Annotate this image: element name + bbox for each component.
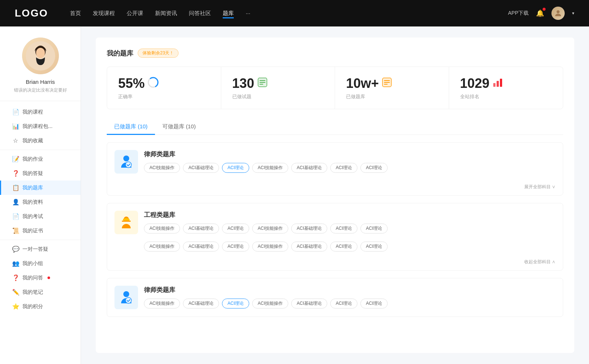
stats-row: 55% 正确率 130 <box>107 67 563 109</box>
topic-icon-engineer <box>114 211 138 234</box>
topic-name-2: 工程类题库 <box>144 211 556 219</box>
quiz-bank-icon: 📋 <box>12 184 19 191</box>
page-header: 我的题库 体验剩余23天！ <box>107 49 563 58</box>
nav-item-qa[interactable]: 问答社区 <box>189 8 211 18</box>
sidebar-item-course-packages[interactable]: 📊 我的课程包... <box>0 119 81 133</box>
svg-rect-24 <box>122 221 131 222</box>
sidebar-item-exam[interactable]: 📄 我的考试 <box>0 209 81 224</box>
svg-point-4 <box>37 49 44 57</box>
sidebar-item-certificate[interactable]: 📜 我的证书 <box>0 224 81 238</box>
tag-1-0[interactable]: ACI技能操作 <box>144 163 180 173</box>
sidebar-item-label: 我的证书 <box>22 228 43 234</box>
points-icon: ⭐ <box>12 303 19 310</box>
tag-2-1[interactable]: ACI基础理论 <box>183 224 219 233</box>
tag-1-6[interactable]: ACI理论 <box>360 163 388 173</box>
sidebar-item-group[interactable]: 👥 我的小组 <box>0 256 81 271</box>
nav-item-open[interactable]: 公开课 <box>127 8 143 18</box>
topic-content-1: 律师类题库 ACI技能操作 ACI基础理论 ACI理论 ACI技能操作 ACI基… <box>144 150 556 173</box>
sidebar-item-label: 我的课程包... <box>22 123 53 130</box>
tag-3-3[interactable]: ACI技能操作 <box>252 299 288 308</box>
done-banks-label: 已做题库 <box>346 93 438 100</box>
tag-2r-5[interactable]: ACI理论 <box>330 242 357 251</box>
stat-done-questions: 130 已做试题 <box>221 67 335 109</box>
favorites-icon: ☆ <box>12 137 19 144</box>
sidebar-profile: Brian Harris 错误的决定比没有决定要好 <box>0 26 81 101</box>
topic-section-2: 工程类题库 ACI技能操作 ACI基础理论 ACI理论 ACI技能操作 ACI基… <box>107 203 563 271</box>
topic-tags-1: ACI技能操作 ACI基础理论 ACI理论 ACI技能操作 ACI基础理论 AC… <box>144 163 556 173</box>
expand-link-1[interactable]: 展开全部科目 ∨ <box>524 184 556 189</box>
user-dropdown-icon[interactable]: ▾ <box>572 11 574 16</box>
app-download-button[interactable]: APP下载 <box>508 10 529 17</box>
tag-1-3[interactable]: ACI技能操作 <box>252 163 288 173</box>
divider1 <box>0 150 81 150</box>
tag-3-5[interactable]: ACI理论 <box>330 299 357 308</box>
tag-2r-0[interactable]: ACI技能操作 <box>144 242 180 251</box>
nav-item-home[interactable]: 首页 <box>70 8 81 18</box>
tag-2-4[interactable]: ACI基础理论 <box>291 224 327 233</box>
topic-icon-lawyer-3 <box>114 286 138 309</box>
done-banks-icon <box>382 77 392 90</box>
tag-2-6[interactable]: ACI理论 <box>360 224 388 233</box>
tag-3-2[interactable]: ACI理论 <box>222 299 249 308</box>
tag-2r-1[interactable]: ACI基础理论 <box>183 242 219 251</box>
sidebar-item-my-courses[interactable]: 📄 我的课程 <box>0 105 81 119</box>
nav-items: 首页 发现课程 公开课 新闻资讯 问答社区 题库 ··· <box>70 8 508 18</box>
exam-icon: 📄 <box>12 213 19 220</box>
svg-point-0 <box>557 10 560 13</box>
done-banks-value: 10w+ <box>346 76 379 91</box>
sidebar-item-one-on-one[interactable]: 💬 一对一答疑 <box>0 242 81 256</box>
tag-3-0[interactable]: ACI技能操作 <box>144 299 180 308</box>
tag-2r-3[interactable]: ACI技能操作 <box>252 242 288 251</box>
notification-bell[interactable]: 🔔 <box>536 9 544 17</box>
tag-2-2[interactable]: ACI理论 <box>222 224 249 233</box>
sidebar-item-questions[interactable]: ❓ 我的答疑 <box>0 166 81 181</box>
tag-3-1[interactable]: ACI基础理论 <box>183 299 219 308</box>
svg-point-25 <box>123 291 129 297</box>
tag-2-5[interactable]: ACI理论 <box>330 224 357 233</box>
topic-header-1: 律师类题库 ACI技能操作 ACI基础理论 ACI理论 ACI技能操作 ACI基… <box>107 143 563 181</box>
svg-point-20 <box>123 156 129 161</box>
topic-name-3: 律师类题库 <box>144 286 556 294</box>
rank-label: 全站排名 <box>460 93 552 100</box>
sidebar-item-favorites[interactable]: ☆ 我的收藏 <box>0 133 81 148</box>
tab-available[interactable]: 可做题库 (10) <box>155 119 203 135</box>
tab-done[interactable]: 已做题库 (10) <box>107 119 155 135</box>
tag-1-2[interactable]: ACI理论 <box>222 163 249 173</box>
sidebar-item-label: 我的题库 <box>22 185 43 191</box>
tag-1-5[interactable]: ACI理论 <box>330 163 357 173</box>
sidebar-item-quiz-bank[interactable]: 📋 我的题库 <box>0 181 81 195</box>
certificate-icon: 📜 <box>12 227 19 234</box>
sidebar-item-notes[interactable]: ✏️ 我的笔记 <box>0 285 81 299</box>
nav-item-news[interactable]: 新闻资讯 <box>155 8 177 18</box>
sidebar-item-label: 我的资料 <box>22 199 43 206</box>
tag-2-0[interactable]: ACI技能操作 <box>144 224 180 233</box>
tag-1-1[interactable]: ACI基础理论 <box>183 163 219 173</box>
notes-icon: ✏️ <box>12 289 19 296</box>
avatar[interactable] <box>551 7 565 20</box>
nav-item-more[interactable]: ··· <box>246 8 250 18</box>
done-questions-value: 130 <box>232 76 254 91</box>
divider2 <box>0 240 81 240</box>
main-inner: 我的题库 体验剩余23天！ 55% <box>96 38 574 353</box>
done-questions-label: 已做试题 <box>232 93 324 100</box>
sidebar-item-profile[interactable]: 👤 我的资料 <box>0 195 81 209</box>
sidebar-item-homework[interactable]: 📝 我的作业 <box>0 152 81 166</box>
svg-rect-17 <box>493 83 495 87</box>
accuracy-icon <box>148 77 159 90</box>
tag-3-4[interactable]: ACI基础理论 <box>291 299 327 308</box>
nav-item-quiz[interactable]: 题库 <box>223 8 234 18</box>
tag-1-4[interactable]: ACI基础理论 <box>291 163 327 173</box>
tag-2-3[interactable]: ACI技能操作 <box>252 224 288 233</box>
packages-icon: 📊 <box>12 123 19 130</box>
tag-2r-4[interactable]: ACI基础理论 <box>291 242 327 251</box>
sidebar-item-points[interactable]: ⭐ 我的积分 <box>0 299 81 314</box>
tag-3-6[interactable]: ACI理论 <box>360 299 388 308</box>
topic-footer-2: 收起全部科目 ∧ <box>107 256 563 270</box>
sidebar-item-label: 我的问答 <box>22 275 43 281</box>
nav-item-courses[interactable]: 发现课程 <box>93 8 115 18</box>
tag-2r-6[interactable]: ACI理论 <box>360 242 388 251</box>
sidebar-motto: 错误的决定比没有决定要好 <box>14 87 67 93</box>
collapse-link-2[interactable]: 收起全部科目 ∧ <box>524 259 556 264</box>
sidebar-item-my-qa[interactable]: ❓ 我的问答 <box>0 271 81 285</box>
tag-2r-2[interactable]: ACI理论 <box>222 242 249 251</box>
